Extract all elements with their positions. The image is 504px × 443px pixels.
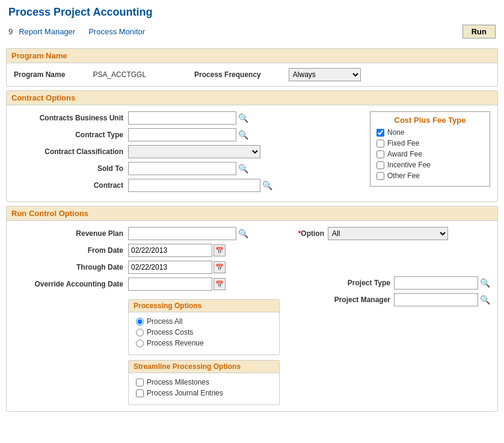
process-revenue-radio[interactable]: [136, 339, 144, 347]
report-manager-link[interactable]: Report Manager: [19, 27, 75, 36]
fee-incentive-label: Incentive Fee: [387, 161, 431, 169]
fee-none-item: None: [376, 128, 484, 137]
fee-other-label: Other Fee: [387, 172, 420, 180]
fee-award-item: Award Fee: [376, 150, 484, 158]
project-manager-label: Project Manager: [322, 296, 394, 304]
contract-type-search-icon[interactable]: 🔍: [238, 129, 248, 140]
program-name-label: Program Name: [14, 70, 65, 79]
run-control-left: Revenue Plan 🔍 From Date 📅 Through Date …: [14, 227, 280, 405]
process-revenue-label: Process Revenue: [147, 339, 204, 347]
contracts-business-unit-search-icon[interactable]: 🔍: [238, 113, 248, 123]
streamline-options-body: Process Milestones Process Journal Entri…: [129, 373, 279, 404]
override-accounting-date-input[interactable]: [128, 277, 212, 291]
program-name-section: Program Name Program Name PSA_ACCTGGL Pr…: [6, 48, 498, 87]
contract-search-icon[interactable]: 🔍: [262, 180, 272, 191]
fee-other-item: Other Fee: [376, 172, 484, 180]
revenue-plan-label: Revenue Plan: [14, 229, 128, 238]
fee-fixed-checkbox[interactable]: [376, 140, 384, 147]
revenue-plan-search-icon[interactable]: 🔍: [238, 228, 248, 239]
from-date-input[interactable]: [128, 244, 212, 257]
top-bar: 9 Report Manager Process Monitor Run: [0, 22, 504, 45]
program-name-value: PSA_ACCTGGL: [93, 70, 146, 79]
run-control-section: Run Control Options Revenue Plan 🔍 From …: [6, 206, 498, 412]
contract-classification-row: Contract Classification: [14, 145, 358, 158]
fee-none-label: None: [387, 128, 405, 137]
run-button[interactable]: Run: [463, 25, 496, 39]
fee-incentive-item: Incentive Fee: [376, 161, 484, 169]
project-type-input[interactable]: [394, 276, 478, 290]
cost-plus-fee-type-box: Cost Plus Fee Type None Fixed Fee Award …: [370, 111, 490, 196]
through-date-input[interactable]: [128, 261, 212, 274]
fee-fixed-item: Fixed Fee: [376, 139, 484, 147]
streamline-options-header: Streamline Processing Options: [129, 361, 279, 373]
process-frequency-select[interactable]: Always Once Don't Run: [289, 68, 361, 81]
project-type-label: Project Type: [322, 279, 394, 287]
sold-to-input[interactable]: [128, 162, 236, 175]
run-control-body: Revenue Plan 🔍 From Date 📅 Through Date …: [7, 221, 497, 411]
through-date-label: Through Date: [14, 263, 128, 271]
contract-input[interactable]: [128, 179, 260, 192]
process-all-item: Process All: [136, 317, 272, 326]
contract-classification-label: Contract Classification: [14, 147, 128, 156]
page-title: Process Project Accounting: [0, 0, 504, 22]
contract-classification-select[interactable]: [128, 145, 260, 158]
override-accounting-date-calendar-icon[interactable]: 📅: [214, 278, 226, 290]
contracts-business-unit-label: Contracts Business Unit: [14, 114, 128, 122]
program-name-row: Program Name PSA_ACCTGGL Process Frequen…: [7, 63, 497, 86]
through-date-calendar-icon[interactable]: 📅: [214, 261, 226, 273]
run-control-header: Run Control Options: [7, 206, 497, 221]
process-costs-radio[interactable]: [136, 329, 144, 336]
contract-options-section: Contract Options Contracts Business Unit…: [6, 90, 498, 202]
process-journal-entries-label: Process Journal Entries: [147, 389, 223, 397]
fee-award-label: Award Fee: [387, 150, 422, 158]
process-costs-label: Process Costs: [147, 328, 193, 336]
process-milestones-checkbox[interactable]: [136, 379, 144, 386]
fee-none-checkbox[interactable]: [376, 129, 384, 137]
fee-other-checkbox[interactable]: [376, 172, 384, 180]
contract-type-label: Contract Type: [14, 131, 128, 139]
contract-label: Contract: [14, 181, 128, 190]
process-all-radio[interactable]: [136, 318, 144, 326]
sold-to-label: Sold To: [14, 164, 128, 173]
fee-type-title: Cost Plus Fee Type: [376, 116, 484, 125]
processing-options-body: Process All Process Costs Process Revenu…: [129, 312, 279, 355]
fee-type-inner-box: Cost Plus Fee Type None Fixed Fee Award …: [370, 111, 490, 187]
option-select[interactable]: All Selective: [328, 227, 448, 240]
option-label: *Option: [292, 229, 328, 238]
option-row: *Option All Selective: [292, 227, 490, 240]
fee-award-checkbox[interactable]: [376, 150, 384, 158]
process-journal-entries-checkbox[interactable]: [136, 389, 144, 397]
project-type-row: Project Type 🔍: [292, 276, 490, 290]
contract-row: Contract 🔍: [14, 179, 358, 192]
project-manager-input[interactable]: [394, 293, 478, 306]
contract-options-header: Contract Options: [7, 91, 497, 105]
contract-left: Contracts Business Unit 🔍 Contract Type …: [14, 111, 358, 196]
process-monitor-link[interactable]: Process Monitor: [88, 27, 145, 36]
from-date-row: From Date 📅: [14, 244, 280, 257]
contract-type-row: Contract Type 🔍: [14, 128, 358, 141]
project-type-search-icon[interactable]: 🔍: [479, 277, 490, 288]
contracts-business-unit-input[interactable]: [128, 111, 236, 125]
process-milestones-item: Process Milestones: [136, 378, 272, 386]
revenue-plan-input[interactable]: [128, 227, 236, 240]
process-all-label: Process All: [147, 317, 182, 326]
processing-options-subsection: Processing Options Process All Process C…: [128, 299, 280, 355]
process-frequency-label: Process Frequency: [194, 70, 261, 79]
override-accounting-date-row: Override Accounting Date 📅: [14, 277, 280, 291]
project-manager-row: Project Manager 🔍: [292, 293, 490, 306]
contract-body: Contracts Business Unit 🔍 Contract Type …: [7, 105, 497, 202]
contracts-business-unit-row: Contracts Business Unit 🔍: [14, 111, 358, 125]
process-journal-entries-item: Process Journal Entries: [136, 389, 272, 397]
through-date-row: Through Date 📅: [14, 261, 280, 274]
streamline-options-subsection: Streamline Processing Options Process Mi…: [128, 360, 280, 405]
fee-incentive-checkbox[interactable]: [376, 161, 384, 169]
fee-fixed-label: Fixed Fee: [387, 139, 419, 147]
process-revenue-item: Process Revenue: [136, 339, 272, 347]
from-date-calendar-icon[interactable]: 📅: [214, 244, 226, 256]
sold-to-search-icon[interactable]: 🔍: [238, 163, 248, 174]
process-costs-item: Process Costs: [136, 328, 272, 336]
process-milestones-label: Process Milestones: [147, 378, 209, 386]
project-manager-search-icon[interactable]: 🔍: [479, 294, 490, 305]
program-name-header: Program Name: [7, 49, 497, 63]
contract-type-input[interactable]: [128, 128, 236, 141]
